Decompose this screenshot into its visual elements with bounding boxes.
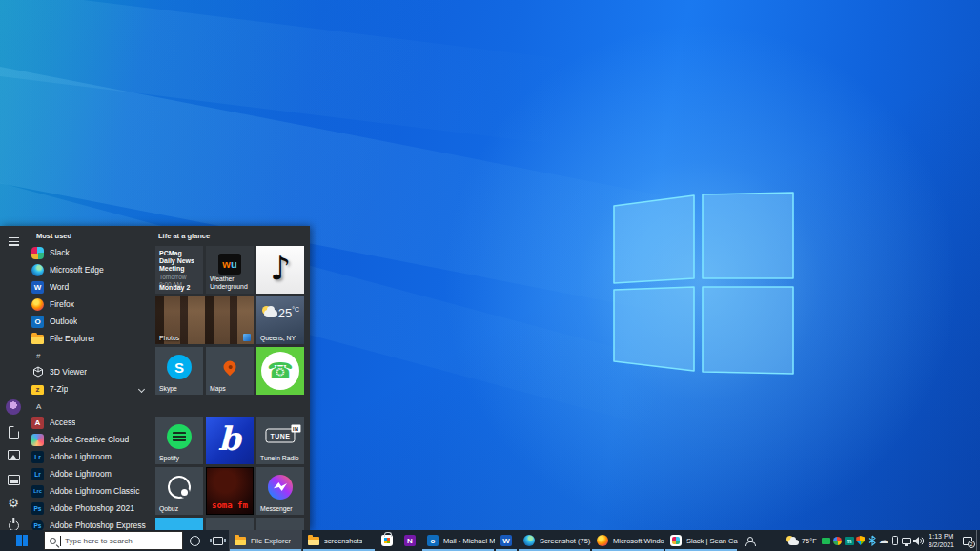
partly-cloudy-icon (261, 308, 278, 319)
documents-icon[interactable] (0, 420, 27, 443)
tile-maps[interactable]: Maps (206, 347, 254, 395)
app-item-adobe-photoshop-2021[interactable]: Adobe Photoshop 2021 (27, 500, 153, 517)
tile-soma-fm[interactable]: soma fm (206, 467, 254, 515)
tile-partial[interactable] (206, 518, 254, 530)
user-avatar[interactable] (0, 396, 27, 418)
chevron-down-icon[interactable] (138, 385, 145, 392)
app-item-slack[interactable]: Slack (27, 244, 153, 261)
people-icon (745, 537, 754, 545)
whatsapp-icon: ☎ (261, 352, 299, 390)
settings-gear-icon[interactable]: ⚙ (0, 491, 27, 514)
tile-weather[interactable]: 25°C Queens, NY (256, 296, 304, 344)
app-item-file-explorer[interactable]: File Explorer (27, 330, 153, 347)
taskbar-microsoft-store[interactable] (376, 530, 398, 551)
app-item-adobe-lightroom-classic[interactable]: Adobe Lightroom Classic (27, 482, 153, 500)
show-desktop-button[interactable] (976, 530, 980, 551)
section-header-a[interactable]: A (27, 398, 153, 414)
music-note-icon: ♪ (270, 249, 291, 287)
tile-messenger[interactable]: Messenger (256, 467, 304, 515)
tile-photos[interactable]: Photos (155, 296, 254, 344)
taskbar-file-explorer[interactable]: File Explorer (229, 530, 302, 551)
action-center-button[interactable]: 2 (959, 530, 976, 551)
app-item-adobe-photoshop-express[interactable]: Adobe Photoshop Express (27, 517, 153, 530)
start-menu-tiles: Life at a glance PCMag Daily News Meetin… (155, 226, 308, 530)
messenger-icon (268, 475, 293, 500)
start-menu-rail: ⚙ (0, 226, 27, 530)
taskbar-mail[interactable]: Mail - Michael Mu... (421, 530, 495, 551)
power-icon[interactable] (0, 514, 27, 530)
taskbar-edge[interactable]: Screenshot (75).pn.. (518, 530, 591, 551)
tile-whatsapp[interactable]: ☎ (256, 347, 304, 395)
tile-weather-underground[interactable]: wu Weather Underground (206, 246, 254, 294)
onenote-icon (404, 535, 416, 546)
text-caret (60, 536, 61, 546)
tile-tunein-radio[interactable]: TUNE IN TuneIn Radio (256, 417, 304, 464)
folder-icon (308, 535, 319, 546)
tile-qobuz[interactable]: Qobuz (155, 467, 203, 515)
app-item-access[interactable]: Access (27, 414, 153, 431)
tile-calendar[interactable]: PCMag Daily News Meeting Tomorrow 9:00 A… (155, 246, 203, 294)
app-item-microsoft-edge[interactable]: Microsoft Edge (27, 261, 153, 278)
tiles-group-header[interactable]: Life at a glance (155, 226, 308, 244)
tray-pinwheel-icon[interactable] (832, 530, 844, 551)
tile-music-player[interactable]: ♪ (256, 246, 304, 294)
tile-b-app[interactable]: b (206, 417, 254, 464)
onedrive-cloud-icon[interactable]: ☁ (878, 530, 889, 551)
lightroom-icon (31, 468, 44, 480)
store-icon (381, 535, 393, 546)
tunein-logo: TUNE IN (265, 429, 295, 443)
app-item-adobe-creative-cloud[interactable]: Adobe Creative Cloud (27, 431, 153, 448)
section-header-hash[interactable]: # (27, 347, 153, 363)
tray-m-icon[interactable]: m (844, 530, 855, 551)
taskbar-slack[interactable]: Slack | Sean Carrol... (664, 530, 738, 551)
b-logo: b (218, 419, 241, 458)
taskbar-onenote[interactable] (398, 530, 421, 551)
taskbar-word[interactable] (495, 530, 518, 551)
folder-icon (31, 333, 44, 345)
your-phone-icon[interactable] (889, 530, 901, 551)
taskbar-firefox[interactable]: Microsoft Window... (591, 530, 664, 551)
taskbar-screenshots-folder[interactable]: screenshots (302, 530, 376, 551)
start-button[interactable] (0, 530, 44, 551)
start-menu-app-list: Most used Slack Microsoft Edge Word Fire… (27, 226, 153, 530)
display-icon[interactable] (901, 530, 912, 551)
zip-folder-icon (31, 383, 44, 396)
tray-weather[interactable]: 75°F (783, 536, 821, 545)
qobuz-icon (168, 476, 191, 499)
map-pin-icon (221, 358, 238, 376)
videos-icon[interactable] (0, 468, 27, 491)
speaker-icon[interactable] (912, 530, 924, 551)
tile-partial[interactable] (155, 518, 203, 530)
cortana-button[interactable] (183, 530, 206, 551)
bluetooth-icon[interactable] (867, 530, 878, 551)
app-item-adobe-lightroom-2[interactable]: Adobe Lightroom (27, 465, 153, 482)
tile-partial[interactable] (256, 518, 304, 530)
taskbar: Type here to search File Explorer screen… (0, 530, 980, 551)
app-item-firefox[interactable]: Firefox (27, 296, 153, 313)
search-input[interactable]: Type here to search (44, 531, 183, 550)
app-item-7zip[interactable]: 7-Zip (27, 380, 153, 398)
pictures-icon[interactable] (0, 443, 27, 466)
hamburger-menu-icon[interactable] (0, 230, 27, 253)
windows-security-shield-icon[interactable] (855, 530, 867, 551)
task-view-button[interactable] (206, 530, 229, 551)
people-button[interactable] (738, 530, 761, 551)
system-tray: 75°F m ☁ 1:13 PM 8/2/2021 2 (783, 530, 980, 551)
app-item-3d-viewer[interactable]: 3D Viewer (27, 363, 153, 380)
clock[interactable]: 1:13 PM 8/2/2021 (924, 532, 959, 549)
windows-flag-icon (16, 535, 28, 546)
firefox-icon (31, 298, 44, 311)
app-item-adobe-lightroom[interactable]: Adobe Lightroom (27, 448, 153, 465)
tray-app-green-icon[interactable] (821, 530, 832, 551)
app-item-outlook[interactable]: Outlook (27, 313, 153, 330)
task-view-icon (213, 537, 223, 545)
tile-skype[interactable]: S Skype (155, 347, 203, 395)
photos-app-icon (243, 334, 251, 341)
app-item-word[interactable]: Word (27, 278, 153, 296)
lightroom-classic-icon (31, 485, 44, 498)
tile-spotify[interactable]: Spotify (155, 417, 203, 464)
access-icon (31, 417, 44, 429)
word-icon (500, 535, 512, 546)
windows-logo (606, 191, 797, 376)
slack-icon (670, 535, 682, 546)
